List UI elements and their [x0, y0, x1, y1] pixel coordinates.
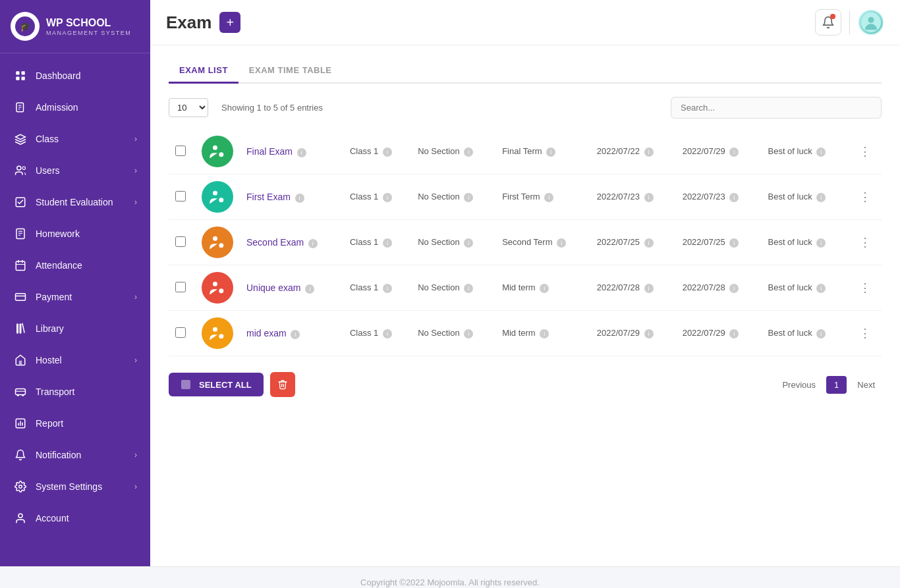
table-row: Second Exam i Class 1 i No Section i Sec…: [169, 220, 882, 265]
homework-label: Homework: [36, 228, 137, 239]
exam-more-cell: ⋮: [849, 311, 882, 356]
library-label: Library: [36, 323, 137, 334]
next-page-button[interactable]: Next: [851, 376, 882, 394]
exam-name: Final Exam: [246, 146, 293, 157]
row-checkbox-cell: [169, 174, 195, 220]
row-checkbox-0[interactable]: [175, 146, 186, 156]
exam-section-cell: No Section i: [411, 174, 495, 220]
sidebar-item-attendance[interactable]: Attendance: [0, 250, 150, 281]
tab-exam-timetable[interactable]: EXAM TIME TABLE: [239, 59, 343, 84]
start-date-info-icon: i: [644, 238, 654, 248]
notification-dot: [830, 14, 835, 19]
exam-note-cell: Best of luck i: [761, 265, 849, 311]
exam-end-cell: 2022/07/29 i: [676, 129, 762, 174]
exam-class-cell: Class 1 i: [343, 220, 411, 265]
row-checkbox-2[interactable]: [175, 236, 186, 247]
exam-note: Best of luck: [768, 237, 812, 247]
svg-rect-17: [16, 261, 25, 271]
row-checkbox-4[interactable]: [175, 327, 186, 338]
evaluation-arrow: ›: [134, 198, 137, 207]
exam-name-info-icon: i: [308, 239, 318, 248]
exam-name-info-icon: i: [297, 148, 306, 157]
exam-section: No Section: [418, 282, 460, 292]
sidebar-item-hostel[interactable]: Hostel ›: [0, 344, 150, 376]
exam-end-date: 2022/07/23: [683, 192, 725, 201]
exam-section: No Section: [418, 328, 460, 338]
svg-text:🎓: 🎓: [20, 21, 31, 32]
exam-class: Class 1: [350, 146, 378, 156]
exam-start-date: 2022/07/22: [597, 146, 640, 156]
sidebar-item-notification[interactable]: Notification ›: [0, 439, 150, 471]
exam-note: Best of luck: [768, 146, 812, 156]
sidebar: 🎓 WP SCHOOL MANAGEMENT SYSTEM Dashboard: [0, 0, 150, 566]
term-info-icon: i: [546, 147, 555, 157]
payment-arrow: ›: [134, 292, 137, 302]
library-icon: [13, 321, 28, 336]
top-bar: Exam +: [150, 0, 900, 45]
sidebar-item-class[interactable]: Class ›: [0, 123, 150, 155]
exam-note: Best of luck: [768, 192, 812, 201]
page-1-button[interactable]: 1: [826, 376, 847, 394]
class-info-icon: i: [383, 329, 392, 338]
exam-more-button[interactable]: ⋮: [855, 142, 875, 161]
transport-label: Transport: [36, 387, 137, 397]
exam-name-cell: Unique exam i: [240, 265, 343, 311]
tab-exam-list[interactable]: EXAM LIST: [169, 59, 239, 84]
table-controls: 10 25 50 100 Showing 1 to 5 of 5 entries: [169, 97, 882, 119]
sidebar-item-system-settings[interactable]: System Settings ›: [0, 471, 150, 502]
add-exam-button[interactable]: +: [219, 12, 240, 33]
sidebar-item-student-evaluation[interactable]: Student Evaluation ›: [0, 186, 150, 218]
exam-more-button[interactable]: ⋮: [855, 187, 875, 207]
sidebar-item-report[interactable]: Report: [0, 408, 150, 439]
exam-start-cell: 2022/07/23 i: [590, 174, 676, 220]
previous-page-button[interactable]: Previous: [775, 376, 822, 394]
class-info-icon: i: [383, 284, 392, 293]
delete-button[interactable]: [270, 372, 295, 397]
exam-start-cell: 2022/07/29 i: [590, 311, 676, 356]
svg-rect-25: [19, 361, 22, 365]
exam-term-cell: Second Term i: [495, 220, 590, 265]
exam-class: Class 1: [350, 192, 378, 201]
attendance-label: Attendance: [36, 260, 137, 271]
note-info-icon: i: [816, 238, 826, 248]
evaluation-icon: [13, 195, 28, 209]
notifications-button[interactable]: [815, 9, 841, 36]
exam-more-button[interactable]: ⋮: [855, 278, 875, 298]
search-input[interactable]: [671, 97, 882, 119]
section-info-icon: i: [464, 193, 473, 202]
row-checkbox-1[interactable]: [175, 191, 186, 201]
exam-term: Final Term: [502, 146, 542, 156]
per-page-select[interactable]: 10 25 50 100: [169, 98, 208, 117]
exam-name: First Exam: [246, 192, 291, 202]
exam-icon: [202, 317, 233, 349]
transport-icon: [13, 385, 28, 399]
exam-name: Second Exam: [246, 237, 304, 248]
select-all-button[interactable]: SELECT ALL: [169, 373, 264, 396]
svg-rect-4: [16, 77, 19, 80]
exam-more-button[interactable]: ⋮: [855, 323, 875, 343]
exam-more-cell: ⋮: [849, 265, 882, 311]
payment-label: Payment: [36, 292, 134, 302]
entries-info: Showing 1 to 5 of 5 entries: [221, 103, 323, 113]
sidebar-item-account[interactable]: Account: [0, 502, 150, 534]
svg-point-38: [213, 146, 217, 150]
svg-rect-13: [16, 229, 24, 239]
exam-name-info-icon: i: [291, 330, 300, 339]
sidebar-item-dashboard[interactable]: Dashboard: [0, 60, 150, 92]
sidebar-item-transport[interactable]: Transport: [0, 376, 150, 408]
notification-label: Notification: [36, 450, 134, 460]
user-avatar[interactable]: [858, 9, 884, 36]
exam-term-cell: Final Term i: [495, 129, 590, 174]
class-icon: [13, 132, 28, 146]
bottom-controls: SELECT ALL Previous 1 Next: [169, 372, 882, 397]
sidebar-item-homework[interactable]: Homework: [0, 218, 150, 250]
exam-more-button[interactable]: ⋮: [855, 232, 875, 252]
sidebar-item-library[interactable]: Library: [0, 313, 150, 344]
sidebar-item-admission[interactable]: Admission: [0, 92, 150, 123]
sidebar-item-payment[interactable]: Payment ›: [0, 281, 150, 313]
svg-point-40: [213, 191, 217, 196]
sidebar-item-users[interactable]: Users ›: [0, 155, 150, 186]
notification-arrow: ›: [134, 450, 137, 460]
dashboard-label: Dashboard: [36, 70, 137, 81]
row-checkbox-3[interactable]: [175, 282, 186, 292]
